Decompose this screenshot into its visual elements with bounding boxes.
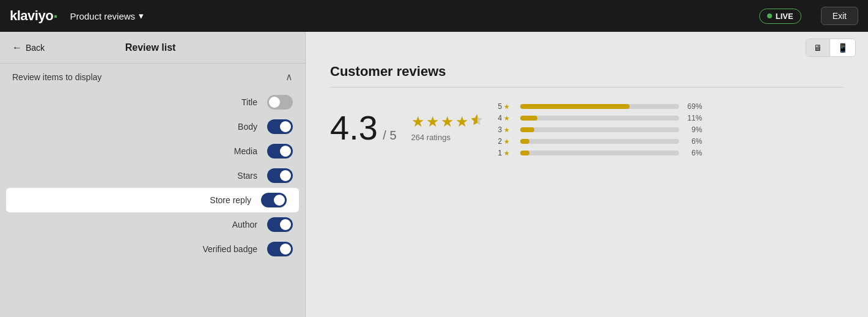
bar-star-icon-1: ★	[504, 149, 510, 157]
back-arrow-icon: ←	[12, 42, 22, 53]
toggle-thumb-3	[280, 170, 291, 181]
back-button[interactable]: ← Back	[12, 42, 45, 53]
product-reviews-label: Product reviews	[70, 11, 135, 21]
bar-fill-3	[520, 127, 534, 132]
toggle-label-2: Media	[196, 146, 257, 156]
navbar: klaviyo· Product reviews ▾ LIVE Exit	[0, 0, 868, 32]
toggle-verified-badge[interactable]	[267, 242, 293, 256]
right-header: 🖥 📱	[306, 32, 868, 64]
mobile-view-button[interactable]: 📱	[830, 39, 855, 56]
toggle-thumb-0	[269, 97, 280, 108]
bar-number-5: 5	[498, 102, 502, 111]
bar-number-4: 4	[498, 114, 502, 122]
bar-number-3: 3	[498, 125, 502, 134]
collapse-icon: ∧	[285, 71, 293, 83]
toggle-thumb-4	[274, 195, 285, 206]
toggle-store-reply[interactable]	[261, 193, 287, 207]
bar-star-icon-5: ★	[504, 103, 510, 111]
rating-value: 4.3	[330, 108, 378, 147]
toggle-stars[interactable]	[267, 168, 293, 183]
toggle-thumb-1	[280, 121, 291, 132]
bar-label-2: 2 ★	[498, 137, 515, 146]
ratings-count: 264 ratings	[411, 133, 484, 142]
chevron-down-icon: ▾	[139, 10, 144, 21]
review-items-label: Review items to display	[12, 72, 101, 82]
bar-fill-4	[520, 116, 538, 121]
toggle-label-3: Stars	[196, 171, 257, 181]
toggle-thumb-6	[280, 244, 291, 255]
toggle-rows: TitleBodyMediaStarsStore replyAuthorVeri…	[0, 90, 305, 261]
right-panel: 🖥 📱 Customer reviews 4.3 / 5 ★ ★	[306, 32, 868, 317]
toggle-title[interactable]	[267, 95, 293, 110]
toggle-label-0: Title	[196, 97, 257, 107]
bar-fill-2	[520, 139, 530, 144]
star-2-icon: ★	[426, 113, 440, 130]
bar-pct-2: 6%	[684, 137, 702, 146]
bar-star-icon-4: ★	[504, 114, 510, 122]
toggle-author[interactable]	[267, 217, 293, 232]
bar-label-3: 3 ★	[498, 125, 515, 134]
live-badge: LIVE	[759, 9, 801, 24]
toggle-label-4: Store reply	[190, 195, 251, 205]
customer-reviews-title: Customer reviews	[330, 64, 844, 88]
bar-fill-1	[520, 151, 530, 155]
left-header: ← Back Review list	[0, 32, 305, 64]
toggle-label-6: Verified badge	[196, 244, 257, 254]
bar-row-2: 2 ★ 6%	[498, 137, 702, 146]
left-panel: ← Back Review list Review items to displ…	[0, 32, 306, 317]
bar-track-5	[520, 104, 679, 109]
desktop-view-button[interactable]: 🖥	[806, 39, 829, 56]
toggle-row-body: Body	[0, 114, 305, 139]
bar-track-3	[520, 127, 679, 132]
bar-star-icon-2: ★	[504, 138, 510, 146]
main-layout: ← Back Review list Review items to displ…	[0, 32, 868, 317]
view-toggle: 🖥 📱	[806, 39, 856, 57]
bar-number-1: 1	[498, 149, 502, 157]
back-label: Back	[26, 43, 45, 53]
toggle-row-author: Author	[0, 212, 305, 237]
rating-right: ★ ★ ★ ★	[411, 113, 484, 142]
bar-pct-3: 9%	[684, 125, 702, 134]
star-4-icon: ★	[455, 113, 469, 130]
toggle-thumb-2	[280, 146, 291, 157]
bar-chart: 5 ★ 69% 4 ★ 11% 3 ★ 9% 2 ★ 6%	[498, 102, 702, 157]
review-items-header[interactable]: Review items to display ∧	[0, 64, 305, 90]
toggle-row-verified-badge: Verified badge	[0, 237, 305, 261]
bar-pct-5: 69%	[684, 102, 702, 111]
bar-track-1	[520, 151, 679, 155]
toggle-row-store-reply: Store reply	[6, 188, 299, 212]
bar-row-1: 1 ★ 6%	[498, 149, 702, 157]
review-list-title: Review list	[125, 42, 176, 53]
out-of: / 5	[383, 129, 396, 142]
bar-track-4	[520, 116, 679, 121]
bar-label-1: 1 ★	[498, 149, 515, 157]
exit-button[interactable]: Exit	[821, 7, 858, 25]
logo[interactable]: klaviyo·	[10, 8, 57, 24]
desktop-icon: 🖥	[814, 43, 822, 53]
bar-row-4: 4 ★ 11%	[498, 114, 702, 122]
toggle-media[interactable]	[267, 144, 293, 158]
toggle-label-5: Author	[196, 220, 257, 229]
toggle-row-stars: Stars	[0, 163, 305, 188]
logo-text: klaviyo·	[10, 8, 57, 24]
bar-label-5: 5 ★	[498, 102, 515, 111]
toggle-label-1: Body	[196, 122, 257, 132]
bar-row-3: 3 ★ 9%	[498, 125, 702, 134]
star-5-icon	[470, 113, 484, 130]
toggle-thumb-5	[280, 219, 291, 230]
star-1-icon: ★	[411, 113, 425, 130]
toggle-body[interactable]	[267, 119, 293, 134]
live-label: LIVE	[776, 12, 793, 21]
big-rating: 4.3 / 5	[330, 108, 397, 147]
rating-summary: 4.3 / 5 ★ ★ ★ ★	[330, 97, 844, 157]
bar-star-icon-3: ★	[504, 126, 510, 134]
bar-number-2: 2	[498, 137, 502, 146]
bar-track-2	[520, 139, 679, 144]
toggle-row-media: Media	[0, 139, 305, 163]
bar-row-5: 5 ★ 69%	[498, 102, 702, 111]
mobile-icon: 📱	[837, 43, 848, 53]
toggle-row-title: Title	[0, 90, 305, 114]
live-dot-icon	[767, 13, 772, 18]
bar-fill-5	[520, 104, 630, 109]
product-reviews-nav[interactable]: Product reviews ▾	[70, 10, 144, 21]
